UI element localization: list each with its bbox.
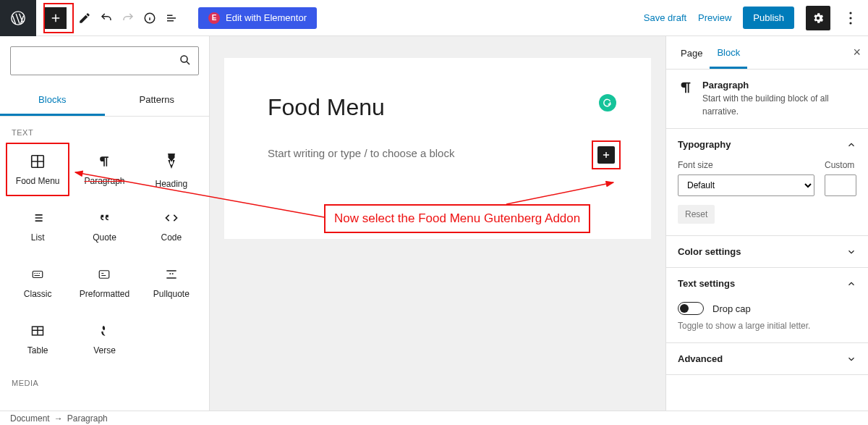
- publish-button[interactable]: Publish: [743, 7, 794, 29]
- block-heading[interactable]: Heading: [138, 141, 205, 198]
- paragraph-block-icon: [678, 80, 694, 118]
- svg-point-2: [849, 12, 851, 14]
- block-code[interactable]: Code: [138, 198, 205, 254]
- typography-section-toggle[interactable]: Typography: [666, 129, 868, 160]
- drop-cap-help: Toggle to show a large initial letter.: [678, 321, 856, 331]
- redo-icon[interactable]: [117, 0, 139, 36]
- breadcrumb-separator: →: [54, 413, 63, 424]
- pullquote-icon: [163, 266, 180, 283]
- chevron-up-icon: [846, 279, 856, 289]
- preview-link[interactable]: Preview: [698, 12, 731, 23]
- advanced-toggle[interactable]: Advanced: [666, 343, 868, 374]
- breadcrumb-paragraph[interactable]: Paragraph: [67, 413, 108, 424]
- color-settings-toggle[interactable]: Color settings: [666, 236, 868, 267]
- block-list[interactable]: List: [4, 198, 71, 254]
- search-input[interactable]: [10, 46, 199, 75]
- chevron-down-icon: [846, 247, 856, 257]
- block-quote[interactable]: Quote: [71, 198, 137, 254]
- close-icon[interactable]: ×: [853, 45, 861, 60]
- undo-icon[interactable]: [95, 0, 117, 36]
- code-icon: [163, 209, 180, 227]
- grammarly-icon[interactable]: [599, 94, 616, 111]
- heading-icon: [163, 156, 180, 173]
- svg-rect-7: [33, 272, 43, 278]
- classic-icon: [29, 266, 46, 283]
- svg-point-5: [181, 56, 187, 62]
- font-size-label: Font size: [678, 160, 814, 170]
- chevron-down-icon: [846, 354, 856, 364]
- chevron-up-icon: [846, 140, 856, 150]
- category-media-label: MEDIA: [0, 367, 209, 392]
- outline-icon[interactable]: [161, 0, 182, 36]
- elementor-icon: E: [208, 12, 220, 24]
- more-options-icon[interactable]: [842, 6, 859, 30]
- tab-blocks[interactable]: Blocks: [0, 85, 105, 116]
- block-preformatted[interactable]: Preformatted: [71, 254, 137, 311]
- font-size-select[interactable]: Default: [678, 174, 814, 196]
- svg-point-3: [849, 17, 851, 19]
- preformatted-icon: [95, 266, 113, 283]
- drop-cap-label: Drop cap: [712, 303, 751, 314]
- block-inserter-panel: Blocks Patterns TEXT Food Menu Paragraph…: [0, 36, 210, 411]
- elementor-button[interactable]: E Edit with Elementor: [198, 7, 317, 29]
- category-text-label: TEXT: [0, 117, 209, 141]
- block-food-menu[interactable]: Food Menu: [4, 141, 71, 198]
- tab-page[interactable]: Page: [673, 38, 710, 67]
- list-icon: [29, 209, 46, 227]
- block-verse[interactable]: Verse: [71, 311, 137, 367]
- wordpress-logo[interactable]: [0, 0, 36, 36]
- block-paragraph[interactable]: Paragraph: [71, 141, 137, 198]
- reset-button[interactable]: Reset: [678, 205, 715, 224]
- block-description: Start with the building block of all nar…: [702, 92, 856, 118]
- breadcrumb: Document → Paragraph: [0, 411, 868, 425]
- add-block-button[interactable]: [45, 7, 67, 29]
- page-card[interactable]: Food Menu Start writing or type / to cho…: [224, 58, 651, 239]
- tab-block[interactable]: Block: [710, 37, 747, 69]
- save-draft-link[interactable]: Save draft: [644, 12, 686, 23]
- settings-panel: Page Block × Paragraph Start with the bu…: [665, 36, 868, 411]
- block-table[interactable]: Table: [4, 311, 71, 367]
- settings-toggle-button[interactable]: [806, 6, 830, 30]
- info-icon[interactable]: [139, 0, 161, 36]
- edit-icon[interactable]: [74, 0, 95, 36]
- inline-add-block-button[interactable]: [597, 146, 615, 164]
- svg-rect-8: [100, 271, 110, 279]
- food-menu-icon: [29, 153, 46, 170]
- paragraph-icon: [95, 153, 113, 170]
- block-classic[interactable]: Classic: [4, 254, 71, 311]
- verse-icon: [95, 322, 113, 340]
- block-name: Paragraph: [702, 80, 856, 91]
- editor-canvas: Food Menu Start writing or type / to cho…: [210, 36, 665, 411]
- tab-patterns[interactable]: Patterns: [105, 85, 210, 116]
- custom-font-size-input[interactable]: [825, 174, 856, 196]
- custom-label: Custom: [825, 160, 856, 170]
- elementor-label: Edit with Elementor: [226, 12, 307, 23]
- page-title[interactable]: Food Menu: [268, 94, 608, 121]
- search-icon: [179, 54, 192, 67]
- block-pullquote[interactable]: Pullquote: [138, 254, 205, 311]
- drop-cap-toggle[interactable]: [678, 302, 704, 315]
- breadcrumb-document[interactable]: Document: [10, 413, 50, 424]
- text-settings-toggle[interactable]: Text settings: [666, 268, 868, 299]
- quote-icon: [95, 209, 113, 227]
- svg-point-4: [849, 22, 851, 24]
- table-icon: [29, 322, 46, 340]
- block-placeholder[interactable]: Start writing or type / to choose a bloc…: [268, 147, 608, 159]
